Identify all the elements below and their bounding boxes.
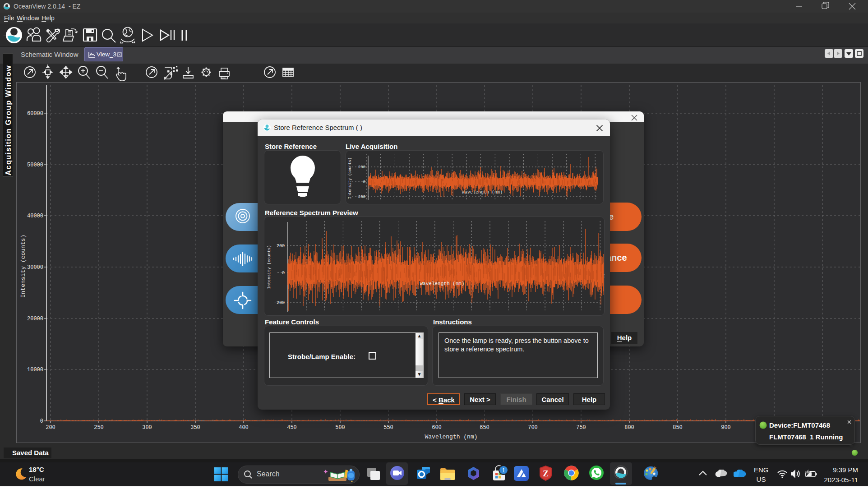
svg-text:850: 850 [673,424,683,431]
svg-text:0: 0 [40,418,43,424]
svg-text:400: 400 [239,424,249,431]
svg-text:300: 300 [142,424,152,431]
svg-text:Intensity (counts): Intensity (counts) [267,245,272,289]
svg-text:550: 550 [383,424,393,431]
svg-text:0: 0 [363,180,365,185]
svg-text:200: 200 [46,424,55,431]
svg-text:Intensity (counts): Intensity (counts) [20,235,27,298]
svg-text:Z: Z [543,469,549,478]
svg-text:600: 600 [432,424,442,431]
svg-text:40000: 40000 [27,213,43,219]
svg-text:Wavelength (nm): Wavelength (nm) [420,281,464,286]
svg-text:200: 200 [277,244,285,249]
svg-text:60000: 60000 [27,111,43,117]
svg-text:50000: 50000 [27,162,43,168]
svg-text:1: 1 [502,467,505,474]
svg-text:Intensity (counts): Intensity (counts) [348,157,352,199]
svg-text:-200: -200 [274,300,285,305]
svg-text:Wavelength (nm): Wavelength (nm) [425,434,477,440]
svg-text:900: 900 [721,424,731,431]
svg-text:30000: 30000 [27,264,43,271]
svg-text:800: 800 [624,424,634,431]
svg-text:350: 350 [190,424,200,431]
svg-text:200: 200 [358,165,365,170]
svg-text:500: 500 [335,424,345,431]
svg-text:450: 450 [287,424,297,431]
svg-text:250: 250 [94,424,104,431]
svg-text:650: 650 [480,424,489,431]
svg-text:10000: 10000 [27,367,43,373]
svg-text:Wavelength (nm): Wavelength (nm) [462,190,503,195]
svg-text:700: 700 [528,424,538,431]
svg-text:-200: -200 [356,195,365,199]
svg-text:20000: 20000 [27,316,43,322]
svg-text:750: 750 [576,424,586,431]
svg-text:0: 0 [282,271,285,276]
